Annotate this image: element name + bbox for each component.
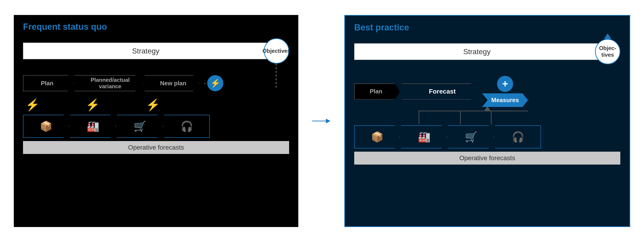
- lightning-icon-3: ⚡: [146, 98, 160, 111]
- left-operative-row: 📦 🏭 🛒 🎧: [23, 115, 289, 138]
- measures-chevron: Measures: [482, 93, 528, 107]
- right-headset-icon: 🎧: [512, 131, 524, 143]
- left-strategy-row: Strategy Objectives: [23, 38, 289, 64]
- right-strategy-bar: Strategy: [354, 43, 600, 60]
- lightning-icon-2: ⚡: [86, 98, 100, 111]
- left-plan-chevron: Plan: [23, 75, 74, 91]
- right-operative-label: Operative forecasts: [354, 152, 620, 165]
- up-arrow-above-objectives: [604, 33, 611, 39]
- main-container: Frequent status quo Strategy Objectives …: [14, 9, 630, 233]
- right-op-chevron-4: 🎧: [495, 125, 541, 148]
- right-forecast-chevron: Forecast: [402, 83, 480, 99]
- headset-icon: 🎧: [180, 120, 193, 132]
- arrow-connector: [312, 116, 330, 126]
- left-op-chevron-3: 🛒: [117, 115, 163, 138]
- right-factory-icon: 🏭: [418, 131, 430, 143]
- lightning-icon-1: ⚡: [25, 98, 40, 111]
- right-op-chevron-2: 🏭: [401, 125, 447, 148]
- v-line-2: [460, 111, 461, 125]
- left-objectives-circle: Objectives: [264, 38, 289, 64]
- v-line-1: [418, 111, 419, 125]
- svg-marker-1: [326, 119, 330, 123]
- cart-icon: 🛒: [134, 120, 146, 132]
- left-planned-actual-chevron: Planned/actualvariance: [74, 75, 144, 91]
- right-strategy-row: Strategy Objec-tives: [354, 39, 620, 64]
- left-new-plan-chevron: New plan: [144, 75, 200, 91]
- left-objectives-label: Objectives: [262, 48, 290, 54]
- left-op-chevron-4: 🎧: [164, 115, 210, 138]
- left-op-chevron-1: 📦: [23, 115, 69, 138]
- right-op-chevron-3: 🛒: [448, 125, 494, 148]
- right-process-row: Plan Forecast + Measures: [354, 76, 620, 107]
- left-op-chevron-2: 🏭: [70, 115, 116, 138]
- plus-circle: +: [497, 76, 513, 92]
- left-strategy-bar: Strategy: [23, 43, 268, 59]
- connector-area: [354, 111, 620, 125]
- right-strategy-label: Strategy: [463, 48, 490, 56]
- right-box-icon: 📦: [371, 131, 384, 143]
- left-panel-title: Frequent status quo: [23, 22, 289, 32]
- right-objectives-circle: Objec-tives: [595, 39, 620, 64]
- dashed-line: [276, 64, 276, 89]
- plus-measures-group: + Measures: [482, 76, 528, 107]
- right-panel-title: Best practice: [354, 23, 620, 33]
- right-cart-icon: 🛒: [465, 131, 478, 143]
- right-op-chevron-1: 📦: [354, 125, 400, 148]
- factory-icon: 🏭: [87, 120, 99, 132]
- left-panel: Frequent status quo Strategy Objectives …: [14, 15, 298, 227]
- right-panel: Best practice Strategy Objec-tives Plan: [344, 15, 630, 227]
- right-operative-row: 📦 🏭 🛒 🎧: [354, 125, 620, 148]
- box-icon: 📦: [40, 120, 52, 132]
- right-plan-chevron: Plan: [354, 83, 400, 99]
- left-operative-label: Operative forecasts: [23, 141, 289, 154]
- up-arrow-to-forecast: [484, 106, 490, 111]
- left-strategy-label: Strategy: [132, 47, 160, 55]
- minus-sign: -: [204, 79, 206, 87]
- left-lightning-circle: ⚡: [207, 75, 223, 91]
- right-objectives-wrapper: Objec-tives: [595, 39, 620, 64]
- v-line-3: [491, 111, 492, 125]
- h-connector: [418, 111, 528, 111]
- left-lightning-row: ⚡ ⚡ ⚡: [23, 98, 289, 111]
